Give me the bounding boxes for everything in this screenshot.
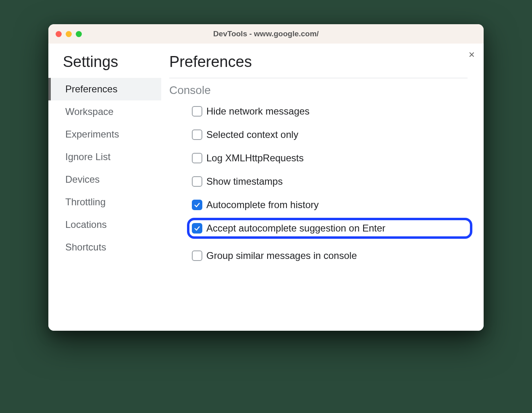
- option-row: Log XMLHttpRequests: [192, 152, 468, 164]
- sidebar-item-label: Shortcuts: [65, 242, 106, 252]
- sidebar-item-devices[interactable]: Devices: [48, 168, 161, 191]
- sidebar-item-label: Devices: [65, 174, 100, 185]
- window-title: DevTools - www.google.com/: [48, 29, 484, 38]
- page-title: Preferences: [169, 53, 468, 71]
- sidebar-item-label: Workspace: [65, 106, 114, 117]
- sidebar-item-preferences[interactable]: Preferences: [48, 78, 161, 100]
- option-row: Autocomplete from history: [192, 199, 468, 211]
- option-label: Group similar messages in console: [206, 250, 357, 261]
- option-row: Show timestamps: [192, 176, 468, 187]
- option-label: Log XMLHttpRequests: [206, 152, 303, 164]
- sidebar-item-label: Locations: [65, 219, 107, 230]
- option-label: Accept autocomplete suggestion on Enter: [206, 223, 385, 234]
- sidebar-items: PreferencesWorkspaceExperimentsIgnore Li…: [48, 78, 161, 259]
- sidebar: Settings PreferencesWorkspaceExperiments…: [48, 44, 161, 331]
- traffic-lights: [56, 31, 82, 37]
- sidebar-title: Settings: [48, 53, 161, 71]
- option-row: Accept autocomplete suggestion on Enter: [192, 223, 468, 234]
- sidebar-item-throttling[interactable]: Throttling: [48, 191, 161, 213]
- main-panel: Preferences Console Hide network message…: [161, 44, 484, 331]
- sidebar-item-experiments[interactable]: Experiments: [48, 123, 161, 146]
- sidebar-item-ignore-list[interactable]: Ignore List: [48, 146, 161, 168]
- section-title: Console: [169, 84, 468, 97]
- sidebar-item-label: Preferences: [65, 83, 117, 94]
- checkbox[interactable]: [192, 153, 202, 163]
- sidebar-item-label: Throttling: [65, 196, 106, 207]
- checkbox[interactable]: [192, 250, 202, 261]
- checkbox[interactable]: [192, 106, 202, 117]
- option-label: Show timestamps: [206, 176, 283, 187]
- option-row: Hide network messages: [192, 106, 468, 117]
- sidebar-item-shortcuts[interactable]: Shortcuts: [48, 236, 161, 259]
- sidebar-item-locations[interactable]: Locations: [48, 213, 161, 236]
- checkbox[interactable]: [192, 129, 202, 140]
- options-list: Hide network messagesSelected context on…: [169, 106, 468, 261]
- option-row: Group similar messages in console: [192, 250, 468, 261]
- devtools-settings-window: DevTools - www.google.com/ × Settings Pr…: [48, 24, 484, 331]
- option-label: Hide network messages: [206, 106, 310, 117]
- sidebar-item-workspace[interactable]: Workspace: [48, 100, 161, 123]
- option-row: Selected context only: [192, 129, 468, 140]
- window-maximize-button[interactable]: [76, 31, 82, 37]
- option-label: Selected context only: [206, 129, 298, 140]
- titlebar: DevTools - www.google.com/: [48, 24, 484, 44]
- checkbox[interactable]: [192, 176, 202, 187]
- close-icon[interactable]: ×: [469, 49, 475, 60]
- sidebar-item-label: Experiments: [65, 129, 119, 140]
- window-minimize-button[interactable]: [66, 31, 72, 37]
- checkbox[interactable]: [192, 223, 202, 234]
- option-label: Autocomplete from history: [206, 199, 319, 211]
- sidebar-item-label: Ignore List: [65, 151, 110, 162]
- window-close-button[interactable]: [56, 31, 62, 37]
- divider: [169, 78, 468, 78]
- checkbox[interactable]: [192, 200, 202, 210]
- content-area: × Settings PreferencesWorkspaceExperimen…: [48, 44, 484, 331]
